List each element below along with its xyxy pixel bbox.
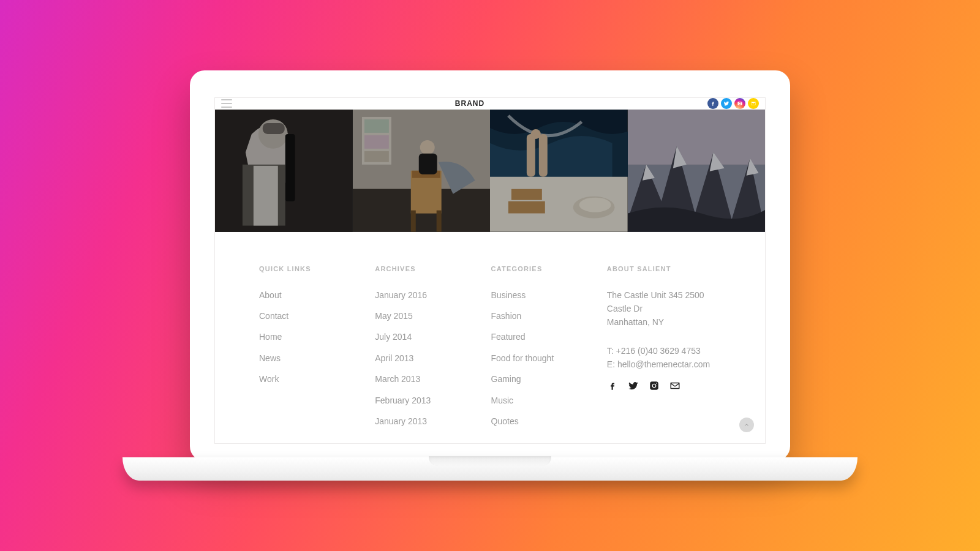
- svg-rect-14: [410, 171, 441, 214]
- about-email: E: hello@themenectar.com: [607, 358, 721, 371]
- mail-icon[interactable]: [669, 380, 680, 391]
- laptop-base: [123, 457, 858, 481]
- facebook-icon[interactable]: [607, 380, 618, 391]
- column-heading: ARCHIVES: [375, 265, 478, 272]
- laptop-mockup: BRAND: [190, 70, 790, 481]
- about-address: The Castle Unit 345 2500 Castle Dr Manha…: [607, 288, 721, 329]
- twitter-icon[interactable]: [628, 380, 639, 391]
- list-item[interactable]: Business: [491, 288, 595, 302]
- gallery-item[interactable]: [215, 110, 353, 232]
- categories-column: CATEGORIES Business Fashion Featured Foo…: [491, 265, 595, 429]
- svg-rect-3: [263, 123, 285, 134]
- social-row: [707, 98, 759, 109]
- svg-point-22: [531, 129, 541, 139]
- svg-rect-15: [412, 171, 440, 178]
- list-item[interactable]: About: [259, 288, 363, 302]
- svg-rect-27: [628, 110, 766, 232]
- column-heading: ABOUT SALIENT: [607, 265, 721, 272]
- svg-rect-16: [410, 211, 415, 232]
- svg-rect-24: [539, 134, 548, 177]
- list-item[interactable]: Gaming: [491, 372, 595, 386]
- scroll-top-button[interactable]: [739, 418, 754, 432]
- svg-rect-28: [628, 110, 766, 165]
- quick-links-list: About Contact Home News Work: [259, 288, 363, 386]
- about-phone: T: +216 (0)40 3629 4753: [607, 344, 721, 358]
- svg-rect-0: [215, 110, 353, 232]
- svg-rect-19: [418, 154, 437, 174]
- footer-columns: QUICK LINKS About Contact Home News Work…: [215, 232, 765, 444]
- svg-rect-9: [361, 117, 391, 165]
- gallery-item[interactable]: [628, 110, 766, 232]
- svg-rect-11: [364, 135, 388, 149]
- column-heading: QUICK LINKS: [259, 265, 363, 272]
- list-item[interactable]: Fashion: [491, 309, 595, 323]
- about-column: ABOUT SALIENT The Castle Unit 345 2500 C…: [607, 265, 721, 429]
- svg-rect-10: [364, 119, 388, 133]
- svg-rect-7: [353, 110, 491, 232]
- list-item[interactable]: January 2013: [375, 414, 478, 428]
- svg-rect-13: [353, 189, 491, 232]
- list-item[interactable]: July 2014: [375, 330, 478, 343]
- laptop-notch: [429, 456, 551, 466]
- svg-rect-1: [215, 110, 353, 232]
- archives-list: January 2016 May 2015 July 2014 April 20…: [375, 288, 478, 429]
- facebook-icon[interactable]: [707, 98, 718, 109]
- list-item[interactable]: February 2013: [375, 394, 478, 407]
- mail-icon[interactable]: [748, 98, 759, 109]
- gallery-item[interactable]: [353, 110, 491, 232]
- twitter-icon[interactable]: [721, 98, 732, 109]
- svg-rect-20: [490, 110, 628, 177]
- list-item[interactable]: March 2013: [375, 372, 478, 386]
- list-item[interactable]: Home: [259, 330, 363, 343]
- footer-social-row: [607, 380, 721, 391]
- categories-list: Business Fashion Featured Food for thoug…: [491, 288, 595, 429]
- list-item[interactable]: Featured: [491, 330, 595, 343]
- about-text: The Castle Unit 345 2500 Castle Dr Manha…: [607, 288, 721, 372]
- list-item[interactable]: News: [259, 351, 363, 365]
- column-heading: CATEGORIES: [491, 265, 595, 272]
- list-item[interactable]: April 2013: [375, 351, 478, 365]
- brand-title[interactable]: BRAND: [455, 99, 484, 108]
- list-item[interactable]: Work: [259, 372, 363, 386]
- svg-point-25: [573, 197, 615, 219]
- quick-links-column: QUICK LINKS About Contact Home News Work: [259, 265, 363, 429]
- svg-rect-4: [285, 134, 295, 201]
- svg-rect-6: [254, 166, 278, 226]
- svg-point-18: [420, 140, 434, 155]
- list-item[interactable]: Contact: [259, 309, 363, 323]
- svg-rect-8: [353, 110, 491, 189]
- svg-point-26: [579, 198, 611, 212]
- list-item[interactable]: Quotes: [491, 414, 595, 428]
- archives-column: ARCHIVES January 2016 May 2015 July 2014…: [375, 265, 478, 429]
- image-gallery: [215, 110, 765, 232]
- chevron-up-icon: [744, 422, 750, 428]
- hamburger-icon[interactable]: [221, 99, 232, 108]
- instagram-icon[interactable]: [649, 380, 660, 391]
- svg-rect-21: [490, 177, 628, 232]
- website-screen: BRAND: [214, 97, 766, 444]
- instagram-icon[interactable]: [734, 98, 745, 109]
- laptop-bezel: BRAND: [190, 70, 790, 461]
- list-item[interactable]: Music: [491, 394, 595, 407]
- svg-point-2: [258, 119, 288, 149]
- list-item[interactable]: January 2016: [375, 288, 478, 302]
- list-item[interactable]: Food for thought: [491, 351, 595, 365]
- list-item[interactable]: May 2015: [375, 309, 478, 323]
- topbar: BRAND: [215, 98, 765, 110]
- svg-rect-17: [436, 211, 441, 232]
- svg-rect-23: [527, 134, 535, 177]
- svg-rect-12: [364, 151, 388, 162]
- svg-rect-5: [243, 165, 285, 226]
- gallery-item[interactable]: [490, 110, 628, 232]
